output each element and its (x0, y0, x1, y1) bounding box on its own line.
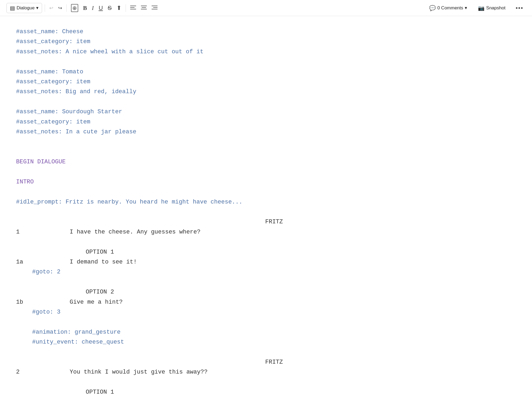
upload-icon: ⬆ (117, 5, 121, 12)
align-left-button[interactable] (129, 3, 138, 13)
snapshot-icon: 📷 (478, 5, 485, 11)
option-2-label-row: OPTION 2 (16, 287, 516, 297)
animation-tag: #animation: grand_gesture (32, 327, 516, 337)
blank-1 (16, 57, 516, 67)
blank-8 (16, 237, 516, 247)
toolbar: ▤ Dialogue ▾ ↩ ↪ ⊕ B I U S ⬆ (0, 0, 532, 16)
underline-button[interactable]: U (97, 3, 104, 13)
align-center-icon (141, 5, 147, 12)
snapshot-button[interactable]: 📷 Snapshot (475, 3, 508, 13)
italic-button[interactable]: I (90, 3, 95, 13)
comments-button[interactable]: 💬 0 Comments ▾ (426, 3, 470, 13)
align-right-button[interactable] (150, 3, 159, 13)
line-num-1a: 1a (16, 257, 32, 267)
editor-content[interactable]: #asset_name: Cheese #asset_category: ite… (0, 16, 532, 399)
option-1a-row: 1a I demand to see it! (16, 257, 516, 267)
blank-12 (16, 377, 516, 387)
asset-2-category: #asset_category: item (16, 77, 516, 87)
align-right-icon (152, 5, 158, 12)
line-num-1b: 1b (16, 297, 32, 307)
option-2a-row: 2a It was worth a shot. (16, 397, 516, 399)
option-1a-goto: #goto: 2 (32, 267, 516, 277)
animation-tag-row: #animation: grand_gesture (16, 327, 516, 337)
toolbar-divider-3 (126, 4, 126, 12)
blank-4 (16, 147, 516, 157)
option-1-label-row: OPTION 1 (16, 247, 516, 257)
strikethrough-button[interactable]: S (106, 3, 113, 13)
option-2a-label: OPTION 1 (32, 387, 516, 397)
redo-icon: ↪ (58, 5, 62, 11)
asset-3-notes: #asset_notes: In a cute jar please (16, 127, 516, 137)
bold-icon: B (83, 5, 87, 12)
dialogue-entry-2-line: 2 You think I would just give this away?… (16, 367, 516, 377)
undo-button[interactable]: ↩ (48, 4, 55, 12)
blank-9 (16, 277, 516, 287)
toolbar-right: 💬 0 Comments ▾ 📷 Snapshot ••• (426, 3, 526, 13)
comments-icon: 💬 (429, 5, 436, 11)
asset-1-notes: #asset_notes: A nice wheel with a slice … (16, 47, 516, 57)
asset-2-name: #asset_name: Tomato (16, 67, 516, 77)
redo-button[interactable]: ↪ (57, 4, 64, 12)
align-center-button[interactable] (139, 3, 148, 13)
option-1b-row: 1b Give me a hint? (16, 297, 516, 307)
comments-dropdown-icon: ▾ (465, 5, 467, 11)
entry-2-text: You think I would just give this away?? (32, 367, 516, 377)
blank-7 (16, 207, 516, 217)
option-1b-goto-row: #goto: 3 (16, 307, 516, 317)
asset-1-name: #asset_name: Cheese (16, 27, 516, 37)
doc-type-button[interactable]: ▤ Dialogue ▾ (6, 3, 42, 13)
asset-3-category: #asset_category: item (16, 117, 516, 127)
dialogue-entry-1: FRITZ (16, 217, 516, 227)
snapshot-label: Snapshot (486, 5, 505, 11)
dialogue-entry-1-line: 1 I have the cheese. Any guesses where? (16, 227, 516, 237)
option-1b-text: Give me a hint? (32, 297, 516, 307)
blank-10 (16, 317, 516, 327)
asset-1-category: #asset_category: item (16, 37, 516, 47)
unity-event-tag-row: #unity_event: cheese_quest (16, 337, 516, 347)
intro-label: INTRO (16, 177, 516, 187)
toolbar-divider-2 (66, 4, 67, 12)
underline-icon: U (99, 5, 103, 12)
strikethrough-icon: S (108, 5, 112, 12)
begin-dialogue: BEGIN DIALOGUE (16, 157, 516, 167)
italic-icon: I (92, 5, 94, 12)
entry-2-speaker: FRITZ (32, 357, 516, 367)
option-2a-label-row: OPTION 1 (16, 387, 516, 397)
option-2-label: OPTION 2 (32, 287, 516, 297)
link-button[interactable]: ⊕ (69, 3, 80, 13)
asset-2-notes: #asset_notes: Big and red, ideally (16, 87, 516, 97)
doc-type-label: Dialogue (17, 5, 35, 11)
option-1a-goto-row: #goto: 2 (16, 267, 516, 277)
bold-button[interactable]: B (81, 3, 89, 13)
blank-5 (16, 167, 516, 177)
blank-6 (16, 187, 516, 197)
more-button[interactable]: ••• (514, 3, 526, 13)
doc-type-icon: ▤ (10, 5, 15, 11)
blank-11 (16, 347, 516, 357)
more-icon: ••• (516, 5, 523, 11)
chevron-down-icon: ▾ (36, 5, 39, 11)
link-icon: ⊕ (71, 4, 78, 12)
entry-1-content: FRITZ (32, 217, 516, 227)
option-1b-goto: #goto: 3 (32, 307, 516, 317)
align-left-icon (130, 5, 136, 12)
line-num-1-text: 1 (16, 227, 32, 237)
line-num-2: 2 (16, 367, 32, 377)
option-2a-text: It was worth a shot. (32, 397, 516, 399)
entry-1-text: I have the cheese. Any guesses where? (32, 227, 516, 237)
upload-button[interactable]: ⬆ (115, 3, 123, 13)
undo-icon: ↩ (49, 5, 53, 11)
comments-label: 0 Comments (437, 5, 463, 11)
blank-3 (16, 137, 516, 147)
blank-2 (16, 97, 516, 107)
option-1-label: OPTION 1 (32, 247, 516, 257)
asset-3-name: #asset_name: Sourdough Starter (16, 107, 516, 117)
unity-event-tag: #unity_event: cheese_quest (32, 337, 516, 347)
toolbar-divider-1 (45, 4, 45, 12)
idle-prompt: #idle_prompt: Fritz is nearby. You heard… (16, 197, 516, 207)
option-1a-text: I demand to see it! (32, 257, 516, 267)
line-num-2a: 2a (16, 397, 32, 399)
entry-1-speaker: FRITZ (32, 217, 516, 227)
dialogue-entry-2-speaker-row: FRITZ (16, 357, 516, 367)
toolbar-left: ▤ Dialogue ▾ ↩ ↪ ⊕ B I U S ⬆ (6, 3, 424, 13)
